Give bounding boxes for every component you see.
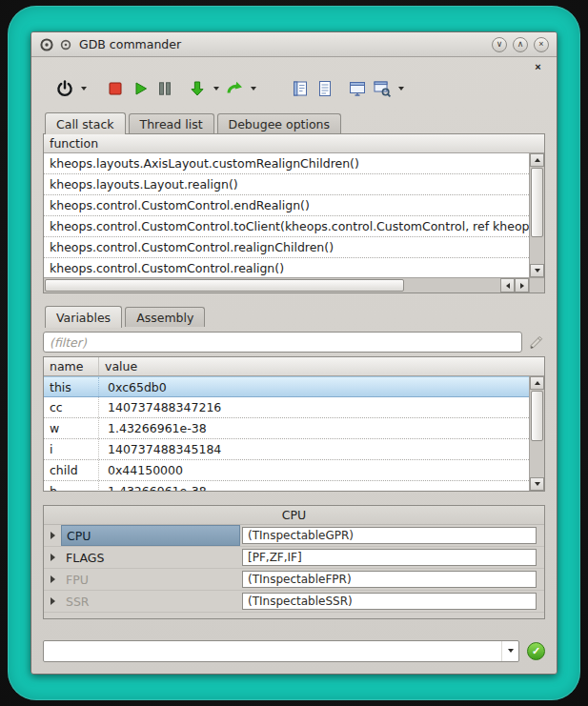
step-over-button[interactable]	[222, 76, 247, 101]
confirm-button[interactable]: ✓	[527, 642, 545, 660]
combobox-dropdown-button[interactable]	[501, 641, 518, 661]
register-group-value[interactable]: [PF,ZF,IF]	[242, 549, 537, 566]
callstack-row[interactable]: kheops.control.CustomControl.toClient(kh…	[44, 216, 529, 237]
chevron-down-icon	[508, 649, 514, 653]
scrollbar-thumb[interactable]	[45, 279, 404, 292]
expand-arrow-icon[interactable]	[44, 597, 61, 605]
check-icon: ✓	[532, 645, 540, 657]
monitor-button[interactable]	[345, 76, 370, 101]
expand-arrow-icon[interactable]	[44, 554, 61, 561]
column-function[interactable]: function	[44, 134, 544, 152]
command-combobox[interactable]	[43, 640, 519, 662]
dock-close-button[interactable]: ×	[531, 59, 545, 73]
variables-header: name value	[44, 357, 544, 376]
callstack-row[interactable]: kheops.layouts.AxisLayout.customRealignC…	[44, 153, 529, 174]
step-over-icon	[225, 79, 244, 98]
register-group-name[interactable]: SSR	[61, 591, 240, 612]
power-dropdown[interactable]	[77, 76, 90, 101]
register-group-value[interactable]: (TInspectableSSR)	[242, 593, 537, 610]
scroll-up-button[interactable]	[530, 376, 544, 390]
scrollbar-track[interactable]	[530, 238, 544, 264]
callstack-horizontal-scrollbar[interactable]	[44, 277, 529, 292]
variable-row[interactable]: child 0x44150000	[44, 460, 529, 481]
stop-button[interactable]	[103, 76, 128, 101]
expand-arrow-icon[interactable]	[44, 575, 61, 583]
variable-row[interactable]: w 1.43266961e-38	[44, 418, 529, 439]
expand-arrow-icon[interactable]	[44, 532, 61, 539]
tab-call-stack[interactable]: Call stack	[45, 112, 126, 134]
titlebar[interactable]: GDB commander ∨ ∧ ×	[31, 32, 557, 57]
callstack-row[interactable]: kheops.control.CustomControl.endRealign(…	[44, 195, 529, 216]
close-button[interactable]: ×	[534, 37, 549, 52]
callstack-row[interactable]: kheops.layouts.Layout.realign()	[44, 174, 529, 195]
variable-name: b	[44, 481, 99, 491]
variable-row[interactable]: b 1.43266961e-38	[44, 481, 529, 491]
callstack-row[interactable]: kheops.control.CustomControl.realign()	[44, 258, 529, 277]
variable-value: 1.43266961e-38	[99, 484, 529, 491]
variable-name: this	[44, 377, 99, 396]
tab-thread-list[interactable]: Thread list	[129, 113, 214, 133]
variable-row[interactable]: this 0xc65db0	[44, 376, 529, 397]
book-button[interactable]	[288, 76, 313, 101]
column-value[interactable]: value	[99, 357, 544, 375]
cpu-register-row[interactable]: CPU (TInspectableGPR)	[44, 525, 544, 547]
cpu-register-row[interactable]: FPU (TInspectableFPR)	[44, 569, 544, 591]
register-group-value[interactable]: (TInspectableFPR)	[242, 571, 537, 588]
variable-row[interactable]: i 140737488345184	[44, 439, 529, 460]
arrow-down-icon	[535, 269, 540, 272]
tab-debugee-options[interactable]: Debugee options	[217, 113, 342, 133]
scrollbar-corner	[529, 277, 544, 292]
step-into-button[interactable]	[185, 76, 210, 101]
debug-toolbar	[43, 73, 545, 104]
tab-assembly[interactable]: Assembly	[125, 307, 205, 327]
scroll-down-button[interactable]	[530, 477, 544, 491]
callstack-function: kheops.control.CustomControl.toClient(kh…	[50, 219, 529, 233]
scrollbar-track[interactable]	[405, 278, 500, 292]
scroll-right-button[interactable]	[515, 278, 529, 292]
pause-button[interactable]	[152, 76, 177, 101]
minimize-button[interactable]: ∨	[492, 37, 507, 52]
document-button[interactable]	[313, 76, 337, 101]
variable-value: 140737488347216	[99, 400, 529, 414]
register-group-name[interactable]: FLAGS	[61, 547, 240, 568]
clear-filter-icon[interactable]	[528, 333, 545, 351]
variable-name: w	[44, 418, 99, 438]
document-icon	[315, 79, 335, 98]
monitor-search-button[interactable]	[370, 76, 395, 101]
cpu-register-row[interactable]: SSR (TInspectableSSR)	[44, 591, 544, 613]
filter-input[interactable]	[43, 332, 522, 353]
command-input[interactable]	[44, 641, 501, 661]
tab-variables[interactable]: Variables	[45, 306, 122, 328]
register-group-name[interactable]: CPU	[61, 525, 240, 546]
step-into-dropdown[interactable]	[210, 76, 222, 101]
app-badge-icon	[60, 39, 71, 50]
callstack-row[interactable]: kheops.control.CustomControl.realignChil…	[44, 237, 529, 258]
callstack-vertical-scrollbar[interactable]	[529, 153, 544, 277]
scrollbar-track[interactable]	[530, 442, 544, 477]
chevron-down-icon	[398, 87, 404, 91]
callstack-function: kheops.layouts.AxisLayout.customRealignC…	[50, 156, 359, 171]
register-group-name[interactable]: FPU	[61, 569, 240, 590]
scrollbar-thumb[interactable]	[531, 391, 543, 441]
maximize-button[interactable]: ∧	[513, 37, 528, 52]
variable-name: cc	[44, 397, 99, 417]
variable-row[interactable]: cc 140737488347216	[44, 397, 529, 418]
monitor-search-dropdown[interactable]	[395, 76, 407, 101]
step-over-dropdown[interactable]	[247, 76, 259, 101]
maximize-icon: ∧	[517, 40, 524, 49]
variable-value: 0xc65db0	[99, 380, 529, 394]
register-group-value[interactable]: (TInspectableGPR)	[242, 527, 537, 544]
variables-vertical-scrollbar[interactable]	[529, 376, 544, 491]
scroll-up-button[interactable]	[530, 153, 544, 167]
callstack-rows: kheops.layouts.AxisLayout.customRealignC…	[44, 153, 529, 277]
column-name[interactable]: name	[44, 357, 99, 375]
power-button[interactable]	[52, 76, 77, 101]
arrow-left-icon	[506, 283, 510, 289]
cpu-register-row[interactable]: FLAGS [PF,ZF,IF]	[44, 547, 544, 569]
arrow-up-icon	[535, 158, 540, 162]
chevron-down-icon	[251, 87, 256, 91]
scroll-down-button[interactable]	[530, 264, 544, 277]
scrollbar-thumb[interactable]	[531, 168, 543, 237]
scroll-left-button[interactable]	[500, 278, 515, 292]
run-button[interactable]	[128, 76, 152, 101]
